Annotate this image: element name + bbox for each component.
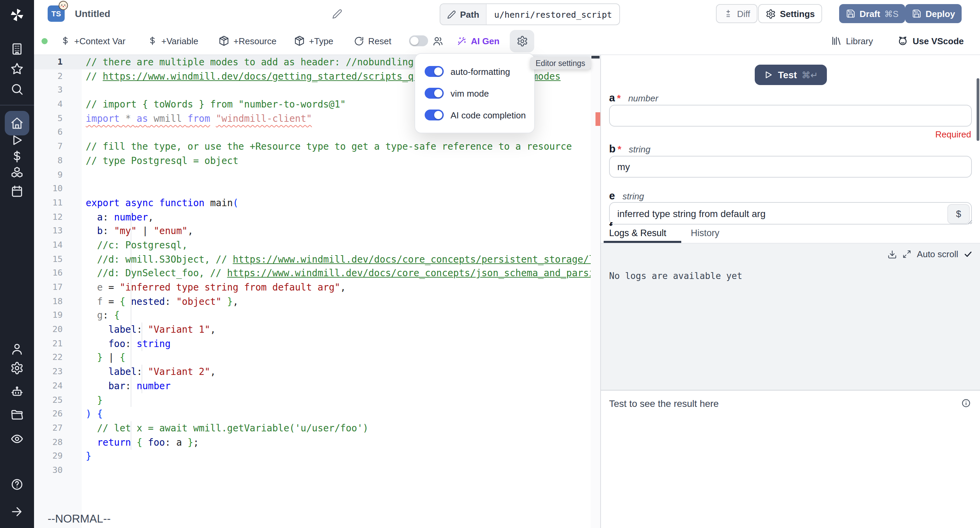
star-icon[interactable] [10,62,24,76]
eye-icon[interactable] [10,432,24,446]
field-name: b [609,143,616,155]
settings-button[interactable]: Settings [758,4,822,23]
code-line[interactable]: 30 [34,463,600,477]
deploy-button[interactable]: Deploy [905,4,962,23]
editor-setting-row: auto-formatting [425,60,534,82]
line-content: } | { [86,351,125,365]
code-line[interactable]: 15 //d: wmill.S3Object, // https://www.w… [34,252,600,266]
tab-logs-result[interactable]: Logs & Result [609,228,666,238]
user-icon[interactable] [10,342,24,356]
code-line[interactable]: 19 g: { [34,309,600,323]
code-line[interactable]: 22 } | { [34,351,600,365]
code-line[interactable]: 29} [34,449,600,463]
code-line[interactable]: 13 b: "my" | "enum", [34,224,600,238]
building-icon[interactable] [10,42,24,56]
toggle-knob [410,37,418,45]
path-button[interactable]: Path u/henri/restored_script [440,3,620,25]
panel-scrollbar-thumb[interactable] [977,78,979,141]
code-line[interactable]: 17 e = "inferred type string from defaul… [34,280,600,294]
line-number: 21 [34,337,63,351]
calendar-icon[interactable] [10,184,24,198]
draft-button[interactable]: Draft ⌘S [839,4,905,23]
line-number: 9 [34,168,63,182]
code-line[interactable]: 28 return { foo: a }; [34,435,600,449]
toggle-switch-on[interactable] [425,110,444,121]
code-line[interactable]: 26) { [34,407,600,421]
toggle-switch-on[interactable] [425,88,444,99]
play-icon [764,70,773,80]
edit-title-pencil-icon[interactable] [332,9,342,19]
diff-button[interactable]: Diff [716,4,758,23]
setting-label: vim mode [450,88,489,98]
logs-section: Logs & Result History Auto scroll No log… [601,226,980,528]
script-title: Untitled [75,8,110,19]
play-icon[interactable] [10,134,24,147]
line-number: 27 [34,421,63,435]
ai-gen-button[interactable]: AI Gen [457,27,500,54]
test-label: Test [778,69,797,80]
settings-gear-icon[interactable] [10,361,24,375]
expand-icon[interactable] [903,250,912,259]
line-content: return { foo: a }; [86,435,199,449]
test-button[interactable]: Test ⌘↵ [755,65,827,85]
boxes-icon[interactable] [10,166,24,180]
info-icon[interactable] [961,398,971,408]
robot-icon[interactable] [10,385,24,399]
toggle-switch-off[interactable] [409,35,428,46]
code-line[interactable]: 9 [34,168,600,182]
resize-handle-icon[interactable] [968,220,972,224]
library-label: Library [846,36,873,46]
code-line[interactable]: 12 a: number, [34,210,600,224]
code-line[interactable]: 24 bar: number [34,379,600,393]
add-resource-button[interactable]: +Resource [218,27,276,54]
code-line[interactable]: 18 f = { nested: "object" }, [34,294,600,308]
add-type-button[interactable]: +Type [294,27,334,54]
line-number: 7 [34,140,63,153]
add-variable-button[interactable]: +Variable [148,27,198,54]
package-icon [218,35,229,46]
dollar-icon[interactable] [10,150,24,163]
variable-picker-button[interactable]: $ [947,204,970,224]
code-line[interactable]: 16 //d: DynSelect_foo, // https://www.wi… [34,266,600,280]
left-sidebar [0,0,34,528]
editor-toolbar: +Context Var +Variable +Resource +Type R… [34,27,980,55]
home-icon[interactable] [10,116,24,130]
code-line[interactable]: 20 label: "Variant 1", [34,323,600,336]
line-number: 5 [34,111,63,126]
folder-open-icon[interactable] [10,408,24,422]
search-icon[interactable] [10,82,24,96]
code-line[interactable]: 27 // let x = await wmill.getVariable('u… [34,421,600,435]
sidebar-divider [0,105,34,105]
code-line[interactable]: 7// fill the type, or use the +Resource … [34,140,600,153]
windmill-logo-icon [10,8,24,22]
field-input-e[interactable] [609,202,972,224]
code-line[interactable]: 14 //c: Postgresql, [34,238,600,252]
toggle-switch-on[interactable] [425,66,444,77]
arrow-right-icon[interactable] [10,505,24,518]
dollar-icon [148,36,157,46]
reset-button[interactable]: Reset [354,27,391,54]
field-input-a[interactable] [609,105,972,127]
code-line[interactable]: 25 } [34,393,600,407]
wand-sparkles-icon [457,36,467,46]
code-line[interactable]: 11export async function main( [34,196,600,210]
download-icon[interactable] [888,250,897,259]
diff-label: Diff [737,8,750,19]
field-input-b[interactable] [609,156,972,178]
help-circle-icon[interactable] [10,478,24,491]
reset-label: Reset [368,36,391,46]
library-button[interactable]: Library [831,27,873,54]
line-number: 14 [34,238,63,252]
overview-ruler[interactable] [591,55,600,528]
code-line[interactable]: 8// type Postgresql = object [34,154,600,168]
code-line[interactable]: 10 [34,182,600,196]
code-line[interactable]: 23 label: "Variant 2", [34,365,600,379]
line-number: 30 [34,463,63,477]
tab-history[interactable]: History [691,228,719,238]
autoscroll-label[interactable]: Auto scroll [917,249,958,259]
add-context-var-button[interactable]: +Context Var [60,27,126,54]
code-line[interactable]: 21 foo: string [34,337,600,351]
use-vscode-button[interactable]: Use VScode [897,27,964,54]
resource-label: +Resource [234,36,276,46]
editor-settings-button[interactable] [510,30,534,52]
